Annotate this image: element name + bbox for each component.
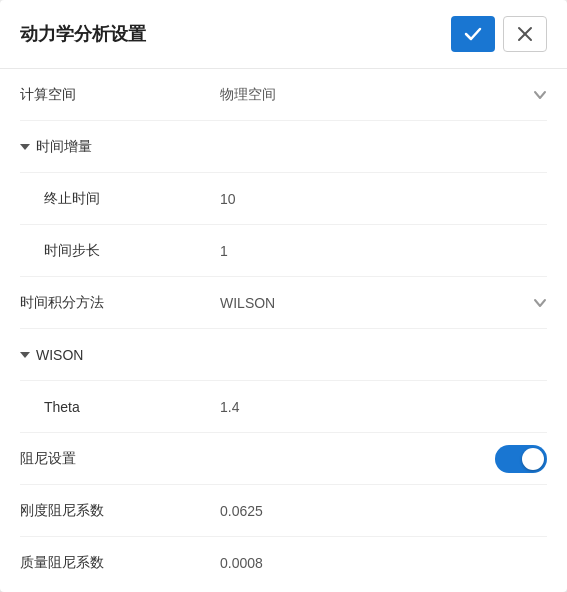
computation-space-label: 计算空间 [20,86,220,104]
time-increment-row[interactable]: 时间增量 [20,121,547,173]
time-increment-label: 时间增量 [20,138,220,156]
end-time-row: 终止时间 10 [20,173,547,225]
stiffness-damping-value[interactable]: 0.0625 [220,503,547,519]
wilson-collapse: WISON [20,347,83,363]
mass-damping-value[interactable]: 0.0008 [220,555,547,571]
theta-row: Theta 1.4 [20,381,547,433]
wilson-section-label: WISON [20,347,220,363]
integration-method-label: 时间积分方法 [20,294,220,312]
chevron-down-icon-2 [533,296,547,310]
dialog-title: 动力学分析设置 [20,22,146,46]
dialog-body: 计算空间 物理空间 时间增量 终止时间 10 [0,69,567,589]
mass-damping-row: 质量阻尼系数 0.0008 [20,537,547,589]
stiffness-damping-row: 刚度阻尼系数 0.0625 [20,485,547,537]
confirm-button[interactable] [451,16,495,52]
time-increment-collapse: 时间增量 [20,138,92,156]
dialog: 动力学分析设置 计算空间 物理空间 [0,0,567,592]
time-step-row: 时间步长 1 [20,225,547,277]
computation-space-row: 计算空间 物理空间 [20,69,547,121]
check-icon [464,25,482,43]
time-step-value[interactable]: 1 [220,243,547,259]
dialog-header: 动力学分析设置 [0,0,567,69]
damping-label: 阻尼设置 [20,450,220,468]
integration-method-value[interactable]: WILSON [220,295,547,311]
close-icon [517,26,533,42]
collapse-arrow-wilson-icon [20,352,30,358]
end-time-label: 终止时间 [20,190,220,208]
cancel-button[interactable] [503,16,547,52]
integration-method-row: 时间积分方法 WILSON [20,277,547,329]
computation-space-text: 物理空间 [220,86,276,104]
theta-label: Theta [20,399,220,415]
damping-toggle-container [220,445,547,473]
theta-value[interactable]: 1.4 [220,399,547,415]
wilson-section-row[interactable]: WISON [20,329,547,381]
stiffness-damping-label: 刚度阻尼系数 [20,502,220,520]
mass-damping-label: 质量阻尼系数 [20,554,220,572]
toggle-slider [495,445,547,473]
collapse-arrow-icon [20,144,30,150]
end-time-value[interactable]: 10 [220,191,547,207]
chevron-down-icon [533,88,547,102]
damping-row: 阻尼设置 [20,433,547,485]
time-step-label: 时间步长 [20,242,220,260]
computation-space-value[interactable]: 物理空间 [220,86,547,104]
damping-toggle[interactable] [495,445,547,473]
header-buttons [451,16,547,52]
